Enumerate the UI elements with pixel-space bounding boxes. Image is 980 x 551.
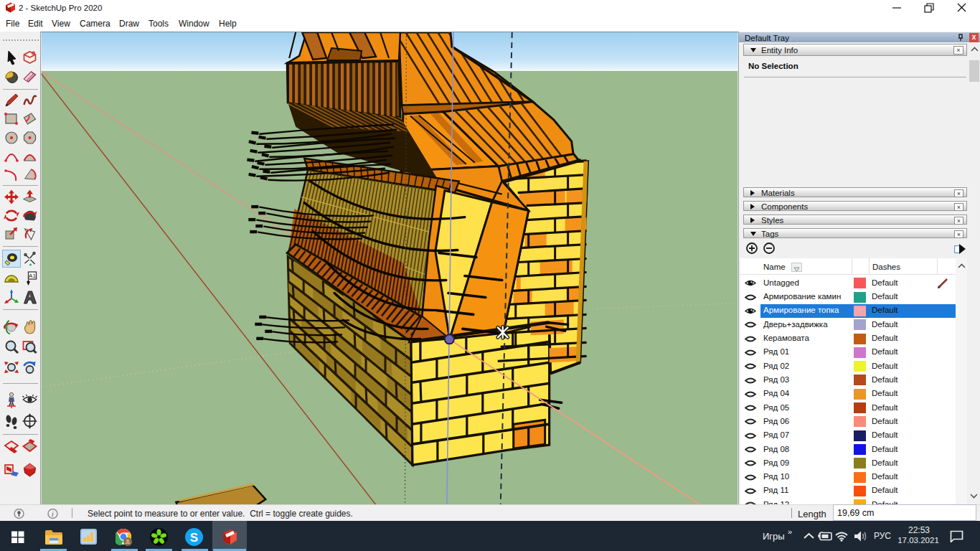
svg-text:i: i <box>52 510 54 518</box>
svg-text:A1: A1 <box>29 273 36 279</box>
svg-text:S: S <box>190 531 198 545</box>
